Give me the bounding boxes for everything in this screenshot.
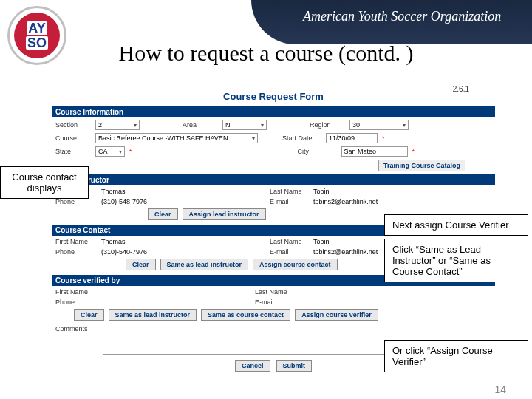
value-email: tobins2@earthlink.net xyxy=(313,198,378,205)
label-phone: Phone xyxy=(55,198,98,205)
banner-text: American Youth Soccer Organization xyxy=(303,9,501,24)
required-icon: * xyxy=(412,148,415,155)
label-section: Section xyxy=(55,121,92,129)
clear-button[interactable]: Clear xyxy=(148,208,178,220)
same-as-lead-button[interactable]: Same as lead instructor xyxy=(160,259,249,270)
clear-button-c[interactable]: Clear xyxy=(126,259,156,270)
form-title: Course Request Form xyxy=(52,91,495,102)
label-phone-c: Phone xyxy=(55,248,98,256)
label-firstname-c: First Name xyxy=(55,238,98,245)
value-lastname-c: Tobin xyxy=(313,238,330,245)
label-email: E-mail xyxy=(270,198,310,205)
logo-inner: AY SO xyxy=(14,13,60,58)
label-email-v: E-mail xyxy=(255,299,296,306)
logo-line1: AY xyxy=(27,21,47,35)
value-firstname: Thomas xyxy=(101,188,197,195)
field-state[interactable]: CA xyxy=(95,146,125,157)
version-label: 2.6.1 xyxy=(453,85,469,93)
clear-button-v[interactable]: Clear xyxy=(74,309,104,321)
field-area[interactable]: N xyxy=(222,120,267,130)
value-email-c: tobins2@earthlink.net xyxy=(313,248,378,256)
assign-lead-button[interactable]: Assign lead instructor xyxy=(183,208,266,220)
label-city: City xyxy=(298,148,338,155)
field-section[interactable]: 2 xyxy=(95,120,140,130)
logo-line2: SO xyxy=(26,36,48,50)
label-email-c: E-mail xyxy=(270,248,310,256)
callout-or-assign: Or click “Assign Course Verifier” xyxy=(384,340,528,372)
label-lastname-v: Last Name xyxy=(255,288,296,296)
callout-contact-displays: Course contact displays xyxy=(0,166,89,199)
value-phone-c: (310)-540-7976 xyxy=(101,248,197,256)
ayso-logo: AY SO xyxy=(7,6,66,65)
value-lastname: Tobin xyxy=(313,188,330,195)
assign-verifier-button[interactable]: Assign course verifier xyxy=(295,309,378,321)
label-phone-v: Phone xyxy=(55,299,98,306)
submit-button[interactable]: Submit xyxy=(276,360,313,372)
same-as-lead-button-v[interactable]: Same as lead instructor xyxy=(109,309,197,321)
field-startdate[interactable]: 11/30/09 xyxy=(326,133,378,143)
required-icon: * xyxy=(382,134,385,142)
required-icon: * xyxy=(129,148,132,155)
section-lead-instructor: Lead Instructor xyxy=(52,174,495,185)
training-catalog-button[interactable]: Training Course Catalog xyxy=(378,160,466,171)
same-as-contact-button[interactable]: Same as course contact xyxy=(201,309,290,321)
cancel-button[interactable]: Cancel xyxy=(235,360,270,372)
callout-click-same: Click “Same as Lead Instructor” or “Same… xyxy=(384,239,528,282)
header-banner: American Youth Soccer Organization xyxy=(251,0,532,44)
assign-contact-button[interactable]: Assign course contact xyxy=(253,259,338,270)
label-lastname-c: Last Name xyxy=(270,238,310,245)
label-comments: Comments xyxy=(55,325,96,332)
section-course-info: Course Information xyxy=(52,106,495,117)
label-startdate: Start Date xyxy=(282,134,323,142)
callout-assign-verifier: Next assign Course Verifier xyxy=(384,214,528,236)
value-firstname-c: Thomas xyxy=(101,238,197,245)
value-phone: (310)-548-7976 xyxy=(101,198,197,205)
label-state: State xyxy=(55,148,92,155)
label-region: Region xyxy=(310,121,347,129)
field-city[interactable]: San Mateo xyxy=(341,146,408,157)
comments-textarea[interactable] xyxy=(103,327,420,355)
page-number: 14 xyxy=(494,383,506,395)
label-area: Area xyxy=(183,121,219,129)
field-course[interactable]: Basic Referee Course -WITH SAFE HAVEN xyxy=(95,133,258,143)
label-course: Course xyxy=(55,134,92,142)
label-firstname-v: First Name xyxy=(55,288,98,296)
field-region[interactable]: 30 xyxy=(349,120,409,130)
label-lastname: Last Name xyxy=(270,188,310,195)
